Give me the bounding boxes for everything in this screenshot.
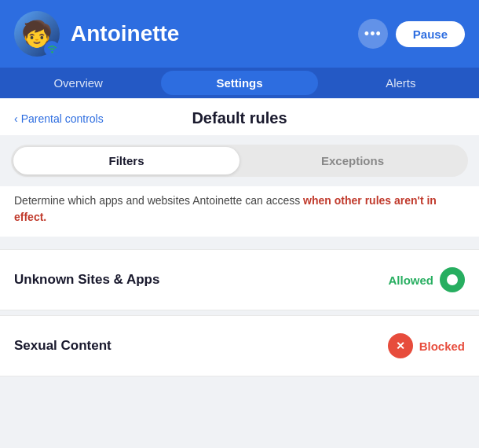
rules-area: Unknown Sites & Apps Allowed Sexual Cont… xyxy=(0,237,479,389)
description: Determine which apps and websites Antoin… xyxy=(0,186,479,237)
rule-sexual-content: Sexual Content ✕ Blocked xyxy=(0,315,479,376)
tab-filters[interactable]: Filters xyxy=(13,147,240,174)
nav-tabs: Overview Settings Alerts xyxy=(0,68,479,98)
filter-tabs: Filters Exceptions xyxy=(11,145,468,177)
rule-unknown-sites: Unknown Sites & Apps Allowed xyxy=(0,249,479,310)
description-highlight: when other rules aren't in effect. xyxy=(14,194,437,223)
breadcrumb-row: ‹ Parental controls Default rules xyxy=(0,98,479,135)
user-name: Antoinette xyxy=(71,21,179,46)
svg-point-0 xyxy=(51,50,53,53)
page-title: Default rules xyxy=(192,109,287,127)
breadcrumb-label: Parental controls xyxy=(21,112,104,125)
avatar: 🧒 xyxy=(14,11,60,57)
tab-overview[interactable]: Overview xyxy=(0,68,156,97)
tab-exceptions[interactable]: Exceptions xyxy=(240,147,466,174)
rule-status-unknown[interactable]: Allowed xyxy=(388,267,465,292)
blocked-x-icon: ✕ xyxy=(396,340,405,352)
toggle-inner xyxy=(447,274,458,285)
toggle-blocked-icon[interactable]: ✕ xyxy=(388,333,413,358)
breadcrumb-back[interactable]: ‹ Parental controls xyxy=(14,112,104,125)
tab-alerts[interactable]: Alerts xyxy=(323,68,479,97)
tab-settings[interactable]: Settings xyxy=(161,71,317,95)
header-left: 🧒 Antoinette xyxy=(14,11,179,57)
pause-button[interactable]: Pause xyxy=(396,21,465,47)
header-right: ••• Pause xyxy=(358,19,465,49)
rule-label-unknown: Unknown Sites & Apps xyxy=(14,272,159,288)
status-text-blocked: Blocked xyxy=(419,340,465,353)
rule-label-sexual: Sexual Content xyxy=(14,338,112,354)
wifi-badge xyxy=(44,41,60,57)
more-button[interactable]: ••• xyxy=(358,19,388,49)
chevron-left-icon: ‹ xyxy=(14,112,18,125)
description-text: Determine which apps and websites Antoin… xyxy=(14,194,437,223)
header: 🧒 Antoinette ••• Pause xyxy=(0,0,479,68)
rule-status-sexual[interactable]: ✕ Blocked xyxy=(388,333,465,358)
content: ‹ Parental controls Default rules Filter… xyxy=(0,98,479,389)
status-text-allowed: Allowed xyxy=(388,274,433,287)
toggle-allowed[interactable] xyxy=(440,267,465,292)
